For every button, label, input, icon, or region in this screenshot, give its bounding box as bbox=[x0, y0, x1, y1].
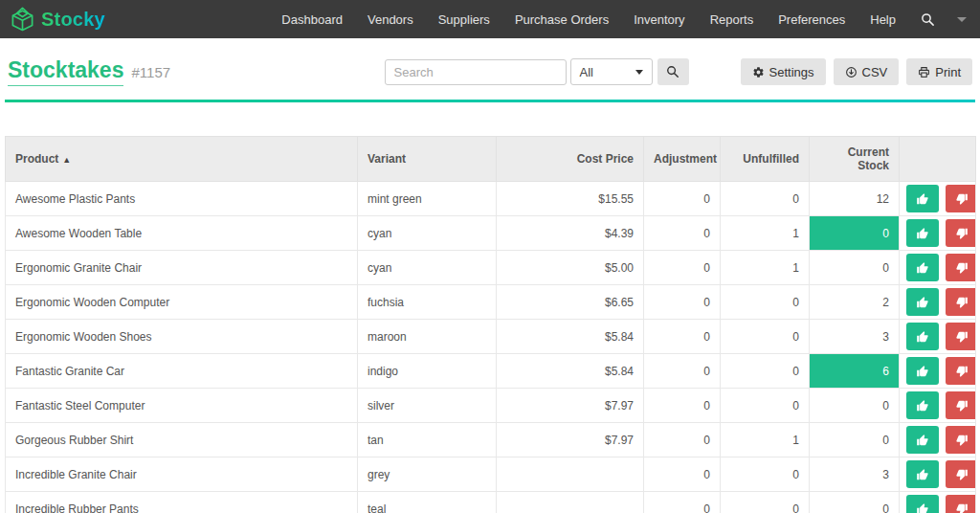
row-actions-cell bbox=[900, 216, 976, 251]
cost-price-cell: $7.97 bbox=[497, 423, 644, 457]
adjustment-cell: 0 bbox=[644, 354, 721, 389]
nav-menu: Dashboard Vendors Suppliers Purchase Ord… bbox=[269, 12, 908, 27]
confirm-stock-button[interactable] bbox=[906, 185, 939, 212]
nav-item-preferences[interactable]: Preferences bbox=[766, 12, 858, 27]
column-header-label: Product bbox=[15, 152, 58, 166]
variant-cell: indigo bbox=[358, 354, 497, 389]
search-input[interactable] bbox=[385, 59, 567, 85]
confirm-stock-button[interactable] bbox=[906, 323, 939, 350]
row-actions-cell bbox=[900, 423, 976, 457]
reject-stock-button[interactable] bbox=[946, 219, 975, 247]
nav-item-inventory[interactable]: Inventory bbox=[621, 12, 697, 27]
nav-item-suppliers[interactable]: Suppliers bbox=[426, 12, 502, 27]
top-navbar: Stocky Dashboard Vendors Suppliers Purch… bbox=[0, 0, 980, 38]
thumbs-up-icon bbox=[916, 261, 929, 275]
adjustment-cell: 0 bbox=[644, 182, 721, 216]
nav-item-help[interactable]: Help bbox=[858, 12, 908, 27]
nav-item-dashboard[interactable]: Dashboard bbox=[269, 12, 355, 27]
row-actions-cell bbox=[900, 320, 976, 354]
print-button[interactable]: Print bbox=[906, 58, 972, 85]
confirm-stock-button[interactable] bbox=[906, 288, 939, 316]
unfulfilled-cell: 0 bbox=[721, 285, 810, 320]
variant-cell: tan bbox=[358, 423, 497, 457]
cost-price-cell bbox=[497, 457, 644, 492]
adjustment-cell: 0 bbox=[644, 320, 721, 354]
print-button-label: Print bbox=[935, 65, 961, 79]
reject-stock-button[interactable] bbox=[946, 391, 975, 419]
nav-item-vendors[interactable]: Vendors bbox=[355, 12, 426, 27]
column-header-cost-price[interactable]: Cost Price bbox=[497, 137, 644, 182]
confirm-stock-button[interactable] bbox=[906, 495, 939, 513]
cube-box-icon bbox=[10, 7, 35, 33]
variant-cell: silver bbox=[358, 389, 497, 423]
brand-name: Stocky bbox=[41, 9, 105, 31]
nav-item-reports[interactable]: Reports bbox=[698, 12, 767, 27]
adjustment-cell: 0 bbox=[644, 216, 721, 251]
reject-stock-button[interactable] bbox=[946, 254, 975, 281]
product-cell: Awesome Plastic Pants bbox=[6, 182, 358, 216]
thumbs-down-icon bbox=[955, 227, 969, 240]
column-header-product[interactable]: Product▲ bbox=[6, 137, 358, 182]
nav-item-purchase-orders[interactable]: Purchase Orders bbox=[502, 12, 621, 27]
thumbs-down-icon bbox=[955, 502, 969, 513]
search-icon[interactable] bbox=[908, 12, 947, 27]
thumbs-down-icon bbox=[955, 434, 969, 447]
table-row: Awesome Wooden Table cyan $4.39 0 1 0 bbox=[6, 216, 976, 251]
thumbs-down-icon bbox=[955, 192, 969, 206]
settings-button[interactable]: Settings bbox=[741, 58, 826, 85]
confirm-stock-button[interactable] bbox=[906, 460, 939, 488]
confirm-stock-button[interactable] bbox=[906, 426, 939, 454]
accent-divider bbox=[5, 100, 975, 102]
download-circle-icon bbox=[845, 66, 858, 78]
reject-stock-button[interactable] bbox=[946, 357, 975, 385]
confirm-stock-button[interactable] bbox=[906, 357, 939, 385]
cost-price-cell bbox=[497, 492, 644, 513]
product-cell: Incredible Granite Chair bbox=[6, 457, 358, 492]
adjustment-cell: 0 bbox=[644, 457, 721, 492]
confirm-stock-button[interactable] bbox=[906, 391, 939, 419]
column-header-adjustment[interactable]: Adjustment bbox=[644, 137, 721, 182]
current-stock-cell: 3 bbox=[810, 457, 900, 492]
unfulfilled-cell: 1 bbox=[721, 216, 810, 251]
row-actions-cell bbox=[900, 182, 976, 216]
reject-stock-button[interactable] bbox=[946, 426, 975, 454]
search-group: All bbox=[385, 58, 689, 85]
reject-stock-button[interactable] bbox=[946, 460, 975, 488]
adjustment-cell: 0 bbox=[644, 492, 721, 513]
filter-selected-value: All bbox=[580, 65, 593, 79]
column-header-variant[interactable]: Variant bbox=[358, 137, 497, 182]
row-actions-cell bbox=[900, 354, 976, 389]
column-header-current-stock[interactable]: Current Stock bbox=[810, 137, 900, 182]
confirm-stock-button[interactable] bbox=[906, 219, 939, 247]
thumbs-down-icon bbox=[955, 330, 969, 344]
product-cell: Awesome Wooden Table bbox=[6, 216, 358, 251]
page-header: Stocktakes #1157 All Settings CSV bbox=[8, 57, 972, 86]
confirm-stock-button[interactable] bbox=[906, 254, 939, 281]
unfulfilled-cell: 0 bbox=[721, 492, 810, 513]
search-submit-button[interactable] bbox=[657, 58, 689, 85]
variant-cell: cyan bbox=[358, 251, 497, 285]
product-cell: Gorgeous Rubber Shirt bbox=[6, 423, 358, 457]
thumbs-up-icon bbox=[916, 330, 929, 344]
reject-stock-button[interactable] bbox=[946, 495, 975, 513]
column-header-unfulfilled[interactable]: Unfulfilled bbox=[721, 137, 810, 182]
current-stock-cell: 0 bbox=[810, 251, 900, 285]
chevron-down-icon[interactable] bbox=[957, 17, 967, 22]
current-stock-cell: 12 bbox=[810, 182, 900, 216]
variant-cell: cyan bbox=[358, 216, 497, 251]
table-row: Gorgeous Rubber Shirt tan $7.97 0 1 0 bbox=[6, 423, 976, 457]
current-stock-cell: 0 bbox=[810, 492, 900, 513]
unfulfilled-cell: 1 bbox=[721, 423, 810, 457]
filter-dropdown[interactable]: All bbox=[570, 58, 653, 85]
thumbs-down-icon bbox=[955, 468, 969, 481]
cost-price-cell: $5.84 bbox=[497, 320, 644, 354]
brand-logo[interactable]: Stocky bbox=[10, 7, 105, 33]
page-title[interactable]: Stocktakes bbox=[8, 57, 123, 86]
reject-stock-button[interactable] bbox=[946, 288, 975, 316]
reject-stock-button[interactable] bbox=[946, 185, 975, 212]
variant-cell: mint green bbox=[358, 182, 497, 216]
csv-button[interactable]: CSV bbox=[834, 58, 900, 85]
reject-stock-button[interactable] bbox=[946, 323, 975, 350]
table-row: Awesome Plastic Pants mint green $15.55 … bbox=[6, 182, 976, 216]
product-cell: Ergonomic Wooden Shoes bbox=[6, 320, 358, 354]
